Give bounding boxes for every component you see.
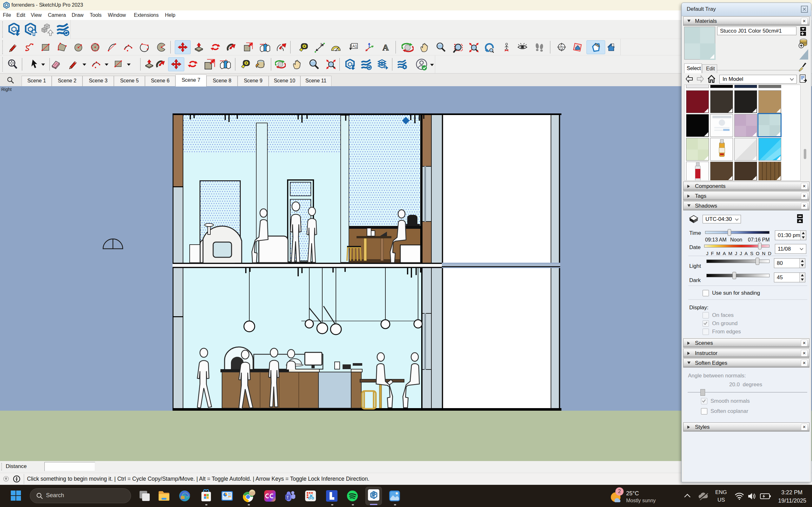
svg-text:T: T bbox=[287, 495, 289, 500]
